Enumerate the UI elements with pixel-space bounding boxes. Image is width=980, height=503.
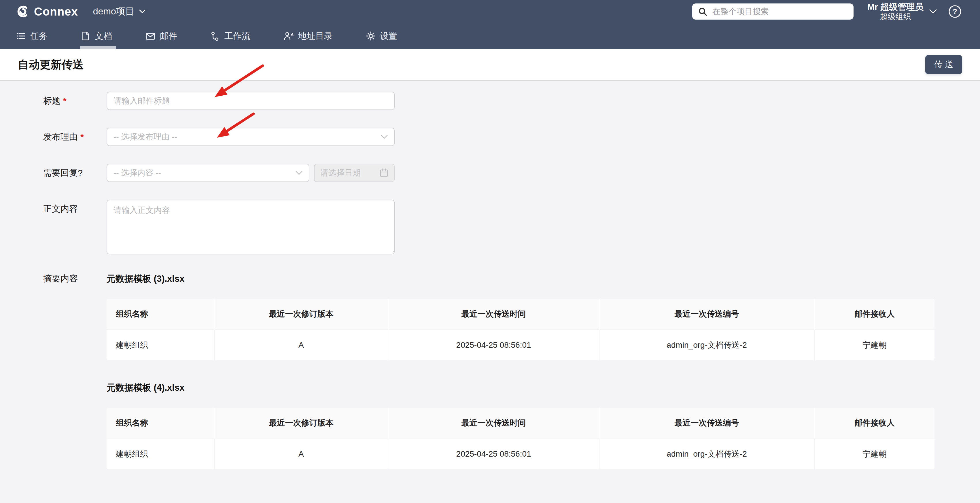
tab-label: 文档 xyxy=(95,30,112,42)
search-box[interactable] xyxy=(692,3,854,19)
nav-tabs: 任务 文档 邮件 工作流 地址目录 xyxy=(0,23,980,49)
table-row: 建朝组织A2025-04-25 08:56:01admin_org-文档传送-2… xyxy=(107,329,934,360)
mail-icon xyxy=(145,31,156,41)
table-cell: A xyxy=(214,329,388,360)
form-row-reply: 需要回复? -- 选择内容 -- 请选择日期 xyxy=(43,164,980,182)
brand-text: Connex xyxy=(34,5,78,18)
chevron-down-icon xyxy=(139,10,145,14)
user-name: Mr 超级管理员 xyxy=(867,2,924,12)
calendar-icon xyxy=(380,168,388,177)
chevron-down-icon xyxy=(929,9,937,14)
required-asterisk: * xyxy=(63,96,67,106)
file-name: 元数据模板 (4).xlsx xyxy=(107,382,934,394)
tab-label: 工作流 xyxy=(224,30,250,42)
tab-label: 任务 xyxy=(30,30,48,42)
field-label-body: 正文内容 xyxy=(43,200,107,215)
summary-table: 组织名称最近一次修订版本最近一次传送时间最近一次传送编号邮件接收人建朝组织A20… xyxy=(107,407,934,469)
summary-tables: 元数据模板 (3).xlsx组织名称最近一次修订版本最近一次传送时间最近一次传送… xyxy=(107,273,934,469)
column-header: 最近一次传送时间 xyxy=(388,407,599,438)
tab-workflow[interactable]: 工作流 xyxy=(210,23,250,49)
column-header: 组织名称 xyxy=(107,407,214,438)
body-content-textarea[interactable] xyxy=(107,200,395,255)
svg-text:?: ? xyxy=(953,7,957,16)
tab-mail[interactable]: 邮件 xyxy=(145,23,177,49)
reply-content-select[interactable]: -- 选择内容 -- xyxy=(107,164,309,182)
top-navbar: Connex demo项目 Mr 超级管理员 超级组织 xyxy=(0,0,980,49)
table-cell: A xyxy=(214,438,388,469)
table-row: 建朝组织A2025-04-25 08:56:01admin_org-文档传送-2… xyxy=(107,438,934,469)
column-header: 组织名称 xyxy=(107,299,214,329)
table-cell: 宁建朝 xyxy=(815,329,934,360)
summary-table: 组织名称最近一次修订版本最近一次传送时间最近一次传送编号邮件接收人建朝组织A20… xyxy=(107,299,934,360)
select-placeholder: -- 选择内容 -- xyxy=(113,167,161,178)
tab-settings[interactable]: 设置 xyxy=(366,23,397,49)
gear-icon xyxy=(366,31,375,41)
tab-address-book[interactable]: 地址目录 xyxy=(283,23,333,49)
table-cell: 宁建朝 xyxy=(815,438,934,469)
column-header: 最近一次修订版本 xyxy=(214,407,388,438)
tab-label: 地址目录 xyxy=(298,30,333,42)
brand: Connex xyxy=(16,5,78,18)
reply-date-picker: 请选择日期 xyxy=(314,164,395,182)
field-label-summary: 摘要内容 xyxy=(43,273,107,285)
column-header: 最近一次传送时间 xyxy=(388,299,599,329)
table-header-row: 组织名称最近一次修订版本最近一次传送时间最近一次传送编号邮件接收人 xyxy=(107,407,934,438)
tab-tasks[interactable]: 任务 xyxy=(16,23,48,49)
date-placeholder: 请选择日期 xyxy=(320,167,361,178)
column-header: 邮件接收人 xyxy=(815,299,934,329)
connex-logo-icon xyxy=(16,5,29,18)
file-name: 元数据模板 (3).xlsx xyxy=(107,273,934,285)
table-cell: 2025-04-25 08:56:01 xyxy=(388,438,599,469)
user-org: 超级组织 xyxy=(880,12,911,21)
chevron-down-icon xyxy=(296,171,302,175)
form-row-reason: 发布理由 * -- 选择发布理由 -- xyxy=(43,127,980,146)
form-row-summary: 摘要内容 元数据模板 (3).xlsx组织名称最近一次修订版本最近一次传送时间最… xyxy=(43,273,980,469)
table-cell: admin_org-文档传送-2 xyxy=(599,438,815,469)
chevron-down-icon xyxy=(381,135,388,139)
search-icon xyxy=(698,7,707,16)
column-header: 最近一次修订版本 xyxy=(214,299,388,329)
file-table-block: 元数据模板 (3).xlsx组织名称最近一次修订版本最近一次传送时间最近一次传送… xyxy=(107,273,934,360)
file-table-block: 元数据模板 (4).xlsx组织名称最近一次修订版本最近一次传送时间最近一次传送… xyxy=(107,382,934,469)
publish-reason-select[interactable]: -- 选择发布理由 -- xyxy=(107,127,395,146)
address-book-icon xyxy=(283,31,294,41)
column-header: 最近一次传送编号 xyxy=(599,299,815,329)
table-header-row: 组织名称最近一次修订版本最近一次传送时间最近一次传送编号邮件接收人 xyxy=(107,299,934,329)
field-label-title: 标题 * xyxy=(43,95,107,107)
project-name: demo项目 xyxy=(93,5,135,18)
transmit-form: 标题 * 发布理由 * -- 选择发布理由 -- 需要回复? -- 选择内容 -… xyxy=(0,81,980,469)
project-selector[interactable]: demo项目 xyxy=(93,5,145,18)
document-icon xyxy=(81,31,91,41)
table-cell: 建朝组织 xyxy=(107,329,214,360)
table-cell: 2025-04-25 08:56:01 xyxy=(388,329,599,360)
tab-label: 邮件 xyxy=(160,30,177,42)
send-button[interactable]: 传 送 xyxy=(925,55,962,74)
table-cell: admin_org-文档传送-2 xyxy=(599,329,815,360)
tab-label: 设置 xyxy=(380,30,397,42)
workflow-icon xyxy=(210,31,220,41)
field-label-reply: 需要回复? xyxy=(43,167,107,179)
mail-title-input[interactable] xyxy=(107,92,395,110)
form-row-body: 正文内容 xyxy=(43,200,980,255)
select-placeholder: -- 选择发布理由 -- xyxy=(113,131,177,142)
form-row-title: 标题 * xyxy=(43,92,980,110)
page-header: 自动更新传送 传 送 xyxy=(0,49,980,81)
column-header: 最近一次传送编号 xyxy=(599,407,815,438)
page-title: 自动更新传送 xyxy=(18,57,84,72)
tab-documents[interactable]: 文档 xyxy=(81,23,112,49)
field-label-reason: 发布理由 * xyxy=(43,131,107,143)
user-menu[interactable]: Mr 超级管理员 超级组织 xyxy=(867,2,937,21)
table-cell: 建朝组织 xyxy=(107,438,214,469)
help-circle-icon[interactable]: ? xyxy=(948,5,962,18)
navbar-row-primary: Connex demo项目 Mr 超级管理员 超级组织 xyxy=(0,0,980,23)
required-asterisk: * xyxy=(80,132,84,142)
column-header: 邮件接收人 xyxy=(815,407,934,438)
search-input[interactable] xyxy=(712,6,848,16)
list-icon xyxy=(16,31,26,41)
